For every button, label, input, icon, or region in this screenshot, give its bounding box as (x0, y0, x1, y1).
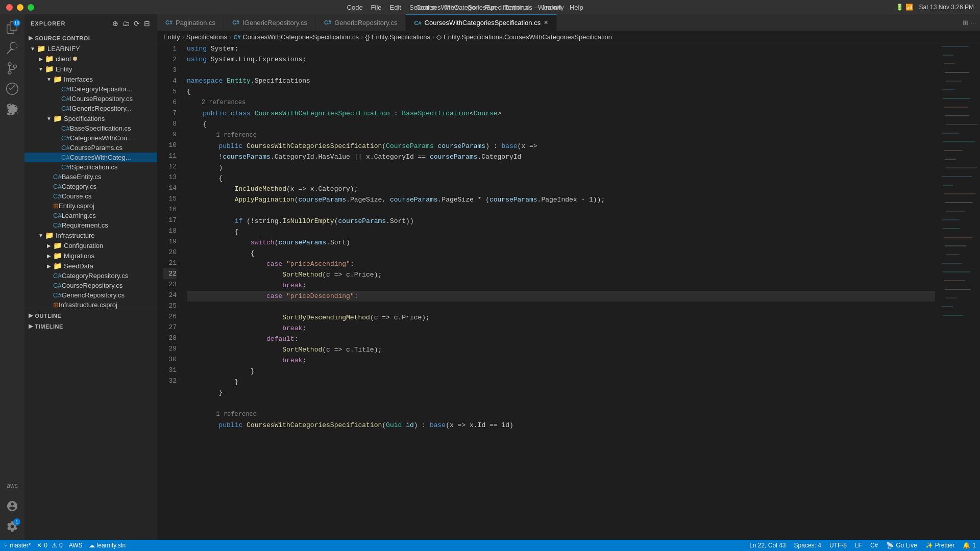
sidebar-item-basespec[interactable]: ▶ C# BaseSpecification.cs (24, 123, 157, 133)
breadcrumb-sep3: › (361, 33, 363, 41)
source-control-section[interactable]: ▶ SOURCE CONTROL (24, 33, 157, 43)
sidebar-item-configuration[interactable]: ▶ 📁 Configuration (24, 240, 157, 251)
activity-icon-account[interactable] (3, 497, 21, 515)
tab-igeneric[interactable]: C# IGenericRepository.cs (224, 15, 316, 31)
new-file-icon[interactable]: ⊕ (111, 18, 119, 29)
warning-icon: ⚠ (52, 542, 57, 549)
sidebar-item-icourserepo[interactable]: ▶ C# ICourseRepository.cs (24, 94, 157, 104)
activity-icon-extensions[interactable] (3, 100, 21, 118)
notification-badge: 1 (13, 518, 20, 525)
sidebar-item-courserepo[interactable]: ▶ C# CourseRepository.cs (24, 281, 157, 290)
sidebar-item-genericrepo[interactable]: ▶ C# GenericRepository.cs (24, 290, 157, 300)
language-mode[interactable]: C# (870, 542, 878, 549)
sidebar-actions[interactable]: ⊕ 🗂 ⟳ ⊟ (111, 18, 151, 29)
tab-pagination[interactable]: C# Pagination.cs (157, 15, 224, 31)
sidebar-item-baseentity[interactable]: ▶ C# BaseEntity.cs (24, 172, 157, 182)
aws-status[interactable]: AWS (69, 542, 83, 549)
window-controls[interactable] (6, 4, 34, 11)
tab-label: IGenericRepository.cs (242, 19, 307, 27)
sidebar-item-icategoryrepo[interactable]: ▶ C# ICategoryRepositor... (24, 84, 157, 94)
sidebar-item-learning[interactable]: ▶ C# Learning.cs (24, 211, 157, 220)
notifications[interactable]: 🔔 1 (963, 542, 976, 549)
activity-icon-debug[interactable] (3, 80, 21, 98)
sidebar-item-category[interactable]: ▶ C# Category.cs (24, 182, 157, 191)
timeline-label: TIMELINE (35, 323, 63, 330)
outline-section[interactable]: ▶ OUTLINE (24, 310, 157, 321)
indentation[interactable]: Spaces: 4 (794, 542, 821, 549)
file-label: GenericRepository.cs (62, 291, 125, 299)
go-live-label: Go Live (896, 542, 917, 549)
more-actions-icon[interactable]: ··· (970, 19, 976, 27)
sidebar-item-entity[interactable]: ▼ 📁 Entity (24, 64, 157, 74)
breadcrumb-ns[interactable]: {} Entity.Specifications (365, 33, 430, 41)
sidebar-item-categoryrepo[interactable]: ▶ C# CategoryRepository.cs (24, 271, 157, 281)
collapse-icon[interactable]: ⊟ (143, 18, 151, 29)
activity-icon-scm[interactable] (3, 59, 21, 78)
breadcrumb-class[interactable]: ◇ Entity.Specifications.CoursesWithCateg… (436, 33, 612, 41)
breadcrumb-file[interactable]: C# CoursesWithCategoriesSpecification.cs (233, 33, 359, 41)
code-editor[interactable]: 12345 678910 1112131415 1617181920 2122 … (157, 43, 939, 540)
maximize-button[interactable] (28, 4, 34, 11)
status-right: Ln 22, Col 43 Spaces: 4 UTF-8 LF C# 📡 Go… (749, 542, 976, 549)
errors: 0 (44, 542, 47, 549)
menu-file[interactable]: File (371, 4, 382, 11)
menu-help[interactable]: Help (570, 4, 583, 11)
language: C# (870, 542, 878, 549)
sidebar-item-course[interactable]: ▶ C# Course.cs (24, 191, 157, 201)
breadcrumb-specifications[interactable]: Specifications (186, 33, 227, 41)
sidebar-item-infrastructure[interactable]: ▼ 📁 Infrastructure (24, 230, 157, 240)
sidebar-item-migrations[interactable]: ▶ 📁 Migrations (24, 251, 157, 261)
tab-courseswithcat[interactable]: C# CoursesWithCategoriesSpecification.cs… (406, 14, 557, 31)
sidebar-item-igenericrepo[interactable]: ▶ C# IGenericRepository... (24, 104, 157, 113)
editor-actions[interactable]: ⊞ ··· (959, 19, 980, 27)
prettier-item[interactable]: ✨ Prettier (925, 542, 955, 549)
activity-icon-search[interactable] (3, 39, 21, 57)
sidebar-item-catspec[interactable]: ▶ C# CategoriesWithCou... (24, 133, 157, 143)
activity-icon-settings[interactable]: 1 (3, 517, 21, 536)
refresh-icon[interactable]: ⟳ (133, 18, 141, 29)
breadcrumb-entity[interactable]: Entity (163, 33, 180, 41)
sidebar-item-interfaces[interactable]: ▼ 📁 Interfaces (24, 74, 157, 84)
activity-icon-remote[interactable]: aws (3, 477, 21, 495)
error-count[interactable]: ✕ 0 ⚠ 0 (37, 542, 62, 549)
solution-item[interactable]: ☁ learnify.sln (89, 542, 126, 549)
editor-main[interactable]: 12345 678910 1112131415 1617181920 2122 … (157, 43, 980, 540)
close-button[interactable] (6, 4, 13, 11)
sidebar-item-specifications[interactable]: ▼ 📁 Specifications (24, 113, 157, 123)
cursor-position[interactable]: Ln 22, Col 43 (749, 542, 786, 549)
project-root[interactable]: ▼ 📁 LEARNIFY (24, 43, 157, 54)
sidebar-item-client[interactable]: ▶ 📁 client (24, 54, 157, 64)
system-icons: 🔋 📶 (896, 4, 913, 11)
sidebar-item-entitycsproj[interactable]: ▶ ⊞ Entity.csproj (24, 201, 157, 211)
client-label: client (56, 55, 71, 63)
breadcrumb: Entity › Specifications › C# CoursesWith… (157, 31, 980, 43)
sidebar-item-requirement[interactable]: ▶ C# Requirement.cs (24, 220, 157, 230)
file-label: BaseEntity.cs (62, 173, 102, 181)
branch-name: master* (10, 542, 31, 549)
tab-generic[interactable]: C# GenericRepository.cs (316, 15, 406, 31)
sidebar-item-infracsproj[interactable]: ▶ ⊞ Infrastructure.csproj (24, 300, 157, 310)
minimize-button[interactable] (17, 4, 23, 11)
line-ending-item[interactable]: LF (855, 542, 862, 549)
menu-edit[interactable]: Edit (390, 4, 401, 11)
sidebar-item-courseparams[interactable]: ▶ C# CourseParams.cs (24, 143, 157, 153)
sidebar-item-seeddata[interactable]: ▶ 📁 SeedData (24, 261, 157, 271)
tab-close-icon[interactable]: ✕ (544, 19, 548, 26)
solution-icon: ☁ (89, 542, 95, 549)
sidebar-item-courseswithcat[interactable]: ▶ C# CoursesWithCateg... (24, 153, 157, 162)
encoding-item[interactable]: UTF-8 (829, 542, 847, 549)
status-left: ⑂ master* ✕ 0 ⚠ 0 AWS ☁ learnify.sln (4, 542, 126, 549)
status-bar: ⑂ master* ✕ 0 ⚠ 0 AWS ☁ learnify.sln Ln … (0, 540, 980, 551)
main-area: 19 aws 1 (0, 14, 980, 540)
split-editor-icon[interactable]: ⊞ (963, 19, 968, 27)
timeline-section[interactable]: ▶ TIMELINE (24, 321, 157, 332)
sidebar-item-ispec[interactable]: ▶ C# ISpecification.cs (24, 162, 157, 172)
new-folder-icon[interactable]: 🗂 (121, 18, 131, 29)
menu-code[interactable]: Code (347, 4, 363, 11)
aws-label: AWS (69, 542, 83, 549)
go-live[interactable]: 📡 Go Live (886, 542, 917, 549)
file-label: Learning.cs (62, 212, 96, 219)
git-branch[interactable]: ⑂ master* (4, 542, 31, 549)
code-text[interactable]: using System; using System.Linq.Expressi… (183, 43, 939, 540)
activity-icon-explorer[interactable]: 19 (3, 18, 21, 37)
